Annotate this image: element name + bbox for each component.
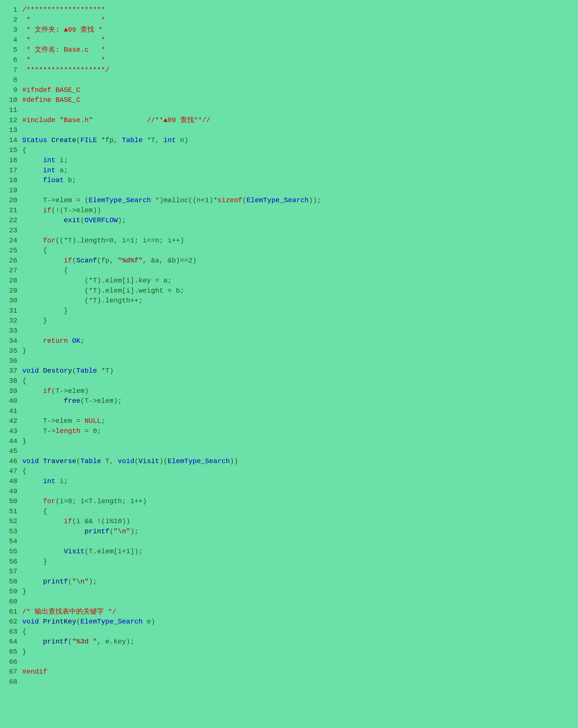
- line-content: }: [22, 587, 571, 597]
- line-number: 5: [7, 45, 22, 55]
- line-number: 38: [7, 376, 22, 386]
- line-number: 19: [7, 186, 22, 196]
- code-line: 18 float b;: [7, 176, 571, 186]
- code-line: 48 int i;: [7, 476, 571, 487]
- code-line: 26 if(Scanf(fp, "%d%f", &a, &b)==2): [7, 256, 571, 266]
- line-content: * *: [22, 15, 571, 25]
- code-line: 1/*******************: [7, 5, 571, 15]
- line-content: /*******************: [22, 5, 571, 15]
- code-line: 52 if(i && !(i%10)): [7, 517, 571, 527]
- line-content: [22, 226, 571, 236]
- line-content: * 文件名: Base.c *: [22, 45, 571, 55]
- code-line: 15{: [7, 145, 571, 155]
- line-content: if(i && !(i%10)): [22, 517, 571, 527]
- line-number: 32: [7, 316, 22, 326]
- line-number: 6: [7, 55, 22, 65]
- code-line: 19: [7, 186, 571, 196]
- line-content: #ifndef BASE_C: [22, 85, 571, 95]
- line-number: 68: [7, 677, 22, 687]
- line-number: 54: [7, 537, 22, 547]
- code-line: 45: [7, 446, 571, 457]
- line-number: 58: [7, 577, 22, 587]
- line-content: int i;: [22, 476, 571, 487]
- line-number: 44: [7, 436, 22, 446]
- line-content: {: [22, 245, 571, 256]
- code-line: 28 (*T).elem[i].key = a;: [7, 276, 571, 286]
- code-line: 49: [7, 487, 571, 497]
- line-number: 8: [7, 75, 22, 85]
- code-line: 10#define BASE_C: [7, 95, 571, 105]
- code-line: 12#include "Base.h" //**▲09 查找**//: [7, 115, 571, 126]
- line-number: 13: [7, 125, 22, 135]
- line-content: if(!(T->elem)): [22, 206, 571, 216]
- line-content: [22, 326, 571, 336]
- code-line: 16 int i;: [7, 155, 571, 165]
- line-number: 3: [7, 25, 22, 35]
- line-content: [22, 186, 571, 196]
- line-number: 35: [7, 346, 22, 356]
- line-number: 43: [7, 426, 22, 436]
- code-line: 42 T->elem = NULL;: [7, 416, 571, 426]
- code-line: 59}: [7, 587, 571, 597]
- line-content: [22, 487, 571, 497]
- line-number: 21: [7, 206, 22, 216]
- line-number: 10: [7, 95, 22, 105]
- line-number: 18: [7, 176, 22, 186]
- code-line: 35}: [7, 346, 571, 356]
- line-content: if(T->elem): [22, 386, 571, 396]
- line-content: int i;: [22, 155, 571, 165]
- line-number: 37: [7, 366, 22, 376]
- code-line: 34 return OK;: [7, 336, 571, 346]
- line-number: 65: [7, 647, 22, 657]
- line-content: [22, 446, 571, 457]
- line-number: 25: [7, 245, 22, 256]
- line-content: * 文件夹: ▲09 查找 *: [22, 25, 571, 35]
- code-line: 3 * 文件夹: ▲09 查找 *: [7, 25, 571, 35]
- code-line: 9#ifndef BASE_C: [7, 85, 571, 95]
- line-content: (*T).elem[i].weight = b;: [22, 286, 571, 296]
- code-line: 60: [7, 597, 571, 607]
- code-line: 2 * *: [7, 15, 571, 25]
- line-number: 60: [7, 597, 22, 607]
- line-number: 28: [7, 276, 22, 286]
- line-content: for((*T).length=0, i=1; i<=n; i++): [22, 236, 571, 246]
- code-line: 68: [7, 677, 571, 687]
- line-number: 27: [7, 266, 22, 276]
- line-content: float b;: [22, 176, 571, 186]
- code-line: 53 printf("\n");: [7, 527, 571, 537]
- line-number: 39: [7, 386, 22, 396]
- line-number: 16: [7, 155, 22, 165]
- line-content: void Destory(Table *T): [22, 366, 571, 376]
- code-line: 38{: [7, 376, 571, 386]
- code-line: 43 T->length = 0;: [7, 426, 571, 436]
- code-line: 25 {: [7, 245, 571, 256]
- line-number: 36: [7, 356, 22, 366]
- line-number: 61: [7, 607, 22, 617]
- line-content: [22, 537, 571, 547]
- line-number: 46: [7, 457, 22, 467]
- line-number: 48: [7, 476, 22, 487]
- line-number: 67: [7, 667, 22, 677]
- code-line: 14Status Create(FILE *fp, Table *T, int …: [7, 135, 571, 146]
- line-content: {: [22, 145, 571, 155]
- code-line: 47{: [7, 466, 571, 476]
- code-line: 8: [7, 75, 571, 85]
- line-number: 2: [7, 15, 22, 25]
- code-line: 13: [7, 125, 571, 135]
- line-number: 47: [7, 466, 22, 476]
- line-content: {: [22, 466, 571, 476]
- line-content: [22, 75, 571, 85]
- code-line: 56 }: [7, 557, 571, 567]
- line-content: [22, 125, 571, 135]
- line-content: #include "Base.h" //**▲09 查找**//: [22, 115, 571, 126]
- line-content: }: [22, 436, 571, 446]
- line-content: (*T).elem[i].key = a;: [22, 276, 571, 286]
- line-number: 63: [7, 627, 22, 637]
- line-number: 42: [7, 416, 22, 426]
- line-content: }: [22, 647, 571, 657]
- line-number: 33: [7, 326, 22, 336]
- code-line: 65}: [7, 647, 571, 657]
- line-content: return OK;: [22, 336, 571, 346]
- line-number: 26: [7, 256, 22, 266]
- code-line: 30 (*T).length++;: [7, 296, 571, 306]
